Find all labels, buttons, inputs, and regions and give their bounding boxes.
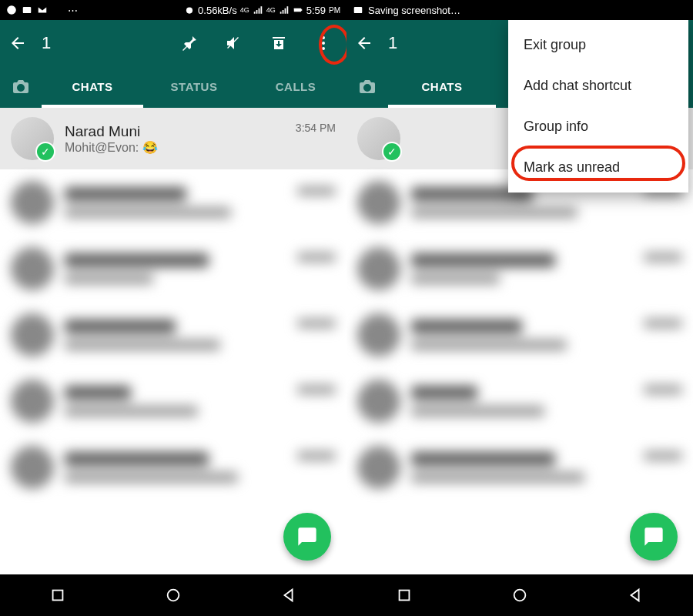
svg-rect-1 [23,7,32,13]
svg-rect-10 [354,7,363,13]
camera-tab[interactable] [346,78,388,96]
alarm-icon [184,5,195,15]
svg-point-2 [186,8,192,14]
left-screenshot: ⋯ 0.56kB/s 4G 4G 5:59 PM 1 [0,0,346,616]
svg-point-6 [322,42,325,45]
network-speed: 0.56kB/s [198,5,237,16]
pin-button[interactable] [179,32,200,54]
nav-back-button[interactable] [279,585,299,605]
status-bar: ⋯ 0.56kB/s 4G 4G 5:59 PM [0,0,346,20]
image-icon [22,5,32,15]
menu-item-mark-unread[interactable]: Mark as unread [508,147,688,188]
selection-count: 1 [388,33,397,53]
tab-status[interactable]: STATUS [143,66,245,108]
tab-chats[interactable]: CHATS [388,66,496,108]
blurred-chat-rows [346,169,693,500]
mail-icon [37,5,48,15]
svg-rect-3 [293,8,300,12]
android-nav-bar [0,574,346,616]
avatar[interactable] [11,117,54,160]
network-type-b: 4G [266,6,276,14]
chat-list: Narad Muni Mohit@Evon: 😂 3:54 PM [0,108,346,500]
tabs-bar: CHATS STATUS CALLS [0,66,346,108]
back-button[interactable] [354,33,374,53]
selection-toolbar: 1 [0,20,346,66]
svg-rect-11 [400,591,410,601]
overflow-menu: Exit group Add chat shortcut Group info … [508,20,688,192]
chat-title: Narad Muni [65,123,285,140]
menu-item-group-info[interactable]: Group info [508,106,688,147]
right-screenshot: Saving screenshot… 1 CHATS [346,0,693,616]
more-notifications-icon: ⋯ [68,5,78,16]
chat-time: 3:54 PM [296,122,336,134]
clock-time: 5:59 [306,5,326,16]
skype-icon [6,5,17,15]
status-message: Saving screenshot… [368,5,460,16]
image-icon [353,5,363,15]
back-button[interactable] [8,33,28,53]
battery-icon [293,5,303,15]
chat-row-selected[interactable]: Narad Muni Mohit@Evon: 😂 3:54 PM [0,108,346,169]
status-bar: Saving screenshot… [346,0,693,20]
selection-count: 1 [42,33,51,53]
svg-point-5 [322,36,325,39]
chat-subtitle: Mohit@Evon: 😂 [65,140,285,155]
menu-item-add-shortcut[interactable]: Add chat shortcut [508,65,688,106]
blurred-chat-rows [0,169,346,500]
avatar[interactable] [357,117,400,160]
clock-ampm: PM [329,6,340,15]
nav-home-button[interactable] [510,585,530,605]
nav-back-button[interactable] [625,585,645,605]
archive-button[interactable] [268,32,290,54]
svg-rect-8 [53,591,63,601]
download-icon [52,5,63,15]
signal-icon-b [279,5,290,15]
network-type-a: 4G [240,6,249,14]
svg-point-9 [168,590,179,601]
svg-point-12 [514,590,526,601]
svg-point-0 [7,5,16,15]
nav-recent-button[interactable] [48,585,68,605]
svg-point-7 [322,47,325,50]
signal-icon-a [253,5,263,15]
svg-rect-4 [301,9,302,11]
mute-button[interactable] [223,32,245,54]
menu-item-exit-group[interactable]: Exit group [508,25,688,65]
tab-chats[interactable]: CHATS [42,66,143,108]
tab-calls[interactable]: CALLS [245,66,346,108]
overflow-menu-button[interactable] [313,32,334,54]
new-chat-fab[interactable] [630,513,678,561]
nav-recent-button[interactable] [394,585,414,605]
android-nav-bar [346,574,693,616]
camera-tab[interactable] [0,78,42,96]
nav-home-button[interactable] [163,585,183,605]
new-chat-fab[interactable] [283,513,331,561]
